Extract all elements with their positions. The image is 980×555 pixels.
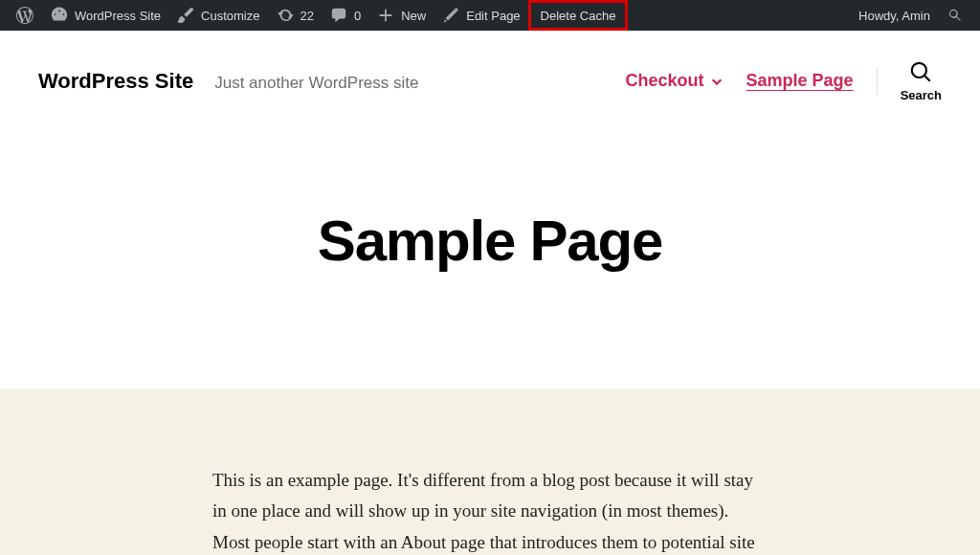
nav-divider [877, 68, 878, 95]
admin-bar-right: Howdy, Amin [851, 0, 972, 31]
search-label: Search [901, 88, 942, 102]
new-content-link[interactable]: New [368, 0, 434, 31]
primary-nav: Checkout Sample Page Search [626, 59, 942, 102]
site-name-label: WordPress Site [75, 9, 161, 23]
wp-admin-bar: WordPress Site Customize 22 0 New [0, 0, 980, 31]
comments-link[interactable]: 0 [322, 0, 368, 31]
dashboard-icon [50, 6, 69, 25]
customize-link[interactable]: Customize [168, 0, 267, 31]
customize-label: Customize [201, 9, 259, 23]
nav-checkout[interactable]: Checkout [626, 71, 724, 91]
search-icon [908, 59, 933, 84]
dashboard-link[interactable]: WordPress Site [42, 0, 168, 31]
site-title[interactable]: WordPress Site [38, 69, 193, 94]
comment-icon [329, 6, 348, 25]
admin-search[interactable] [938, 0, 972, 31]
search-icon [946, 6, 965, 25]
brush-icon [176, 6, 195, 25]
site-tagline: Just another WordPress site [214, 74, 418, 93]
site-branding: WordPress Site Just another WordPress si… [38, 69, 418, 94]
svg-line-1 [924, 76, 930, 81]
admin-bar-left: WordPress Site Customize 22 0 New [8, 0, 628, 31]
site-header: WordPress Site Just another WordPress si… [0, 31, 980, 122]
nav-checkout-label: Checkout [626, 71, 704, 91]
nav-sample-page[interactable]: Sample Page [746, 71, 854, 91]
edit-page-label: Edit Page [466, 9, 520, 23]
search-toggle[interactable]: Search [901, 59, 942, 102]
updates-link[interactable]: 22 [268, 0, 322, 31]
plus-icon [376, 6, 395, 25]
wordpress-icon [15, 6, 34, 25]
update-count: 22 [301, 9, 314, 23]
delete-cache-link[interactable]: Delete Cache [528, 0, 629, 31]
refresh-icon [276, 6, 295, 25]
new-label: New [401, 9, 426, 23]
comment-count: 0 [354, 9, 361, 23]
page-title: Sample Page [19, 208, 961, 274]
svg-point-0 [912, 63, 926, 78]
wp-logo-menu[interactable] [8, 0, 42, 31]
page-body-text: This is an example page. It's different … [212, 465, 768, 555]
pencil-icon [441, 6, 460, 25]
nav-sample-page-label: Sample Page [746, 71, 854, 91]
page-content: This is an example page. It's different … [0, 388, 980, 555]
howdy-account[interactable]: Howdy, Amin [851, 0, 938, 31]
delete-cache-label: Delete Cache [541, 9, 616, 23]
chevron-down-icon [710, 75, 724, 88]
howdy-label: Howdy, Amin [858, 9, 930, 23]
page-hero: Sample Page [0, 122, 980, 388]
edit-page-link[interactable]: Edit Page [434, 0, 527, 31]
